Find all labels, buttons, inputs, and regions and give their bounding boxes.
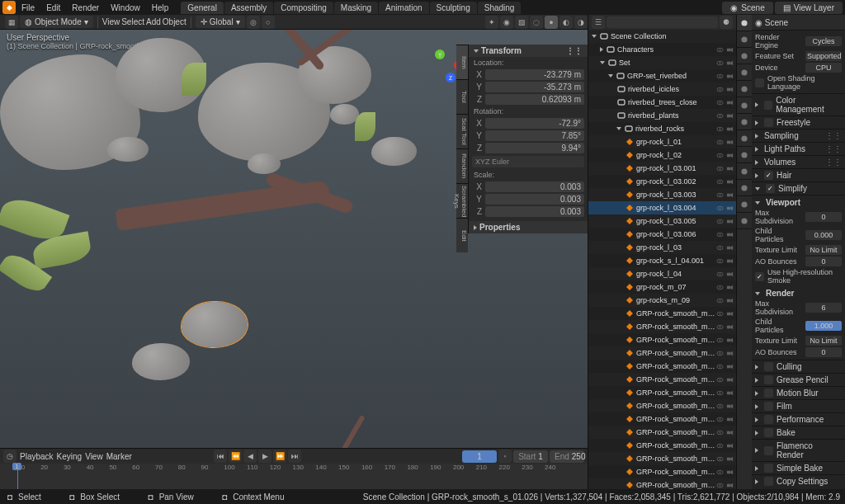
vp-menu-view[interactable]: View (102, 17, 120, 26)
vp-menu-object[interactable]: Object (163, 17, 186, 26)
shading-wireframe-icon[interactable]: ◌ (530, 16, 543, 29)
visibility-icon[interactable] (715, 111, 725, 120)
osl-checkbox[interactable] (755, 78, 764, 87)
section-checkbox[interactable] (764, 428, 773, 437)
render-icon[interactable] (725, 164, 734, 173)
visibility-icon[interactable] (715, 336, 725, 345)
disclosure-icon[interactable] (600, 47, 603, 52)
euler-mode-label[interactable]: XYZ Euler (472, 156, 584, 167)
render-icon[interactable] (725, 243, 734, 252)
outliner-row[interactable]: GRP-rock_smooth_m_01.00 (588, 307, 736, 320)
visibility-icon[interactable] (715, 455, 725, 464)
props-tab-modifier[interactable] (737, 114, 752, 130)
section-checkbox[interactable] (764, 118, 773, 127)
outliner-row[interactable]: GRP-rock_smooth_m_01.01 (588, 412, 736, 426)
r-texlim-dropdown[interactable]: No Limit (805, 336, 842, 346)
keyframe-prev-icon[interactable]: ⏪ (229, 450, 242, 463)
outliner-row[interactable]: riverbed_trees_close (588, 96, 736, 109)
outliner-row[interactable]: GRP-rock_smooth_m_01.01 (588, 373, 736, 386)
props-section[interactable]: Bake (752, 426, 845, 439)
vp-menu-select[interactable]: Select (121, 17, 144, 26)
smoke-checkbox[interactable] (755, 272, 764, 281)
editor-type-outliner-icon[interactable]: ☰ (592, 16, 605, 29)
vp-maxsub-field[interactable]: 0 (805, 212, 842, 222)
outliner-row[interactable]: GRP-rock_smooth_m_01.01 (588, 426, 736, 439)
props-section[interactable]: Simplify (752, 181, 845, 195)
outliner-row[interactable]: GRP-rock_smooth_m_01.00 (588, 346, 736, 360)
rot-y-field[interactable]: 7.85° (485, 130, 584, 141)
vp-menu-add[interactable]: Add (146, 17, 161, 26)
outliner-row[interactable]: riverbed_icicles (588, 82, 736, 96)
scale-z-field[interactable]: 0.003 (485, 206, 584, 217)
outliner-row[interactable]: GRP-rock_smooth_m_02.00 (588, 478, 736, 489)
visibility-icon[interactable] (715, 204, 725, 213)
outliner-row[interactable]: grp-rock_l_01 (588, 135, 736, 148)
render-icon[interactable] (725, 415, 734, 424)
render-icon[interactable] (725, 270, 734, 279)
props-section[interactable]: Grease Pencil (752, 373, 845, 386)
frame-lock-icon[interactable]: ◦ (498, 450, 512, 463)
render-icon[interactable] (725, 362, 734, 371)
outliner-row[interactable]: GRP-rock_smooth_m_01 (588, 439, 736, 452)
section-checkbox[interactable] (764, 446, 773, 455)
axis-z-icon[interactable]: Z (446, 73, 456, 82)
render-icon[interactable] (725, 402, 734, 411)
play-icon[interactable]: ▶ (258, 450, 271, 463)
outliner-row[interactable]: grp-rock_l_03.003 (588, 188, 736, 201)
render-icon[interactable] (725, 138, 734, 147)
visibility-icon[interactable] (715, 362, 725, 371)
vp-texlim-dropdown[interactable]: No Limit (805, 245, 842, 255)
rot-x-field[interactable]: -72.9° (485, 118, 584, 129)
props-tab-world[interactable] (737, 81, 752, 97)
render-icon[interactable] (725, 336, 734, 345)
vp-ao-field[interactable]: 0 (805, 257, 842, 266)
render-icon[interactable] (725, 98, 734, 107)
render-icon[interactable] (725, 441, 734, 450)
props-tab-physics[interactable] (737, 147, 752, 163)
visibility-icon[interactable] (715, 402, 725, 411)
device-dropdown[interactable]: CPU (805, 63, 842, 73)
render-icon[interactable] (725, 151, 734, 160)
axis-y-icon[interactable]: Y (435, 49, 445, 59)
props-section[interactable]: Light Paths⋮⋮ (752, 142, 845, 155)
props-tab-scene[interactable] (737, 64, 752, 81)
visibility-icon[interactable] (715, 191, 725, 200)
visibility-icon[interactable] (715, 309, 725, 318)
render-icon[interactable] (725, 481, 734, 490)
viewlayer-selector[interactable]: ▤ View Layer (775, 2, 843, 14)
section-checkbox[interactable] (764, 389, 773, 398)
outliner-row[interactable]: grp-rock_m_07 (588, 280, 736, 294)
r-ao-field[interactable]: 0 (805, 347, 842, 357)
visibility-icon[interactable] (715, 45, 725, 54)
render-icon[interactable] (725, 349, 734, 358)
viewport-3d[interactable]: User Perspective (1) Scene Collection | … (0, 30, 588, 448)
workspace-tab[interactable]: Masking (334, 2, 378, 14)
current-frame-field[interactable]: 1 (462, 450, 497, 463)
render-icon[interactable] (725, 296, 734, 305)
disclosure-icon[interactable] (592, 35, 597, 38)
outliner-row[interactable]: grp-rock_l_02 (588, 148, 736, 162)
visibility-icon[interactable] (715, 323, 725, 332)
props-tab-constraint[interactable] (737, 163, 752, 180)
render-icon[interactable] (725, 468, 734, 477)
loc-y-field[interactable]: -35.273 m (485, 82, 584, 92)
r-childpart-field[interactable]: 1.000 (805, 321, 842, 331)
props-section[interactable]: Color Management (752, 93, 845, 115)
tl-menu-playback[interactable]: Playback (20, 452, 54, 461)
loc-z-field[interactable]: 0.62093 m (485, 94, 584, 105)
filter-icon[interactable]: ⚈ (720, 16, 733, 29)
render-icon[interactable] (725, 125, 734, 134)
editor-type-timeline-icon[interactable]: ◷ (3, 450, 17, 463)
outliner-row[interactable]: GRP-rock_smooth_m_01.00 (588, 320, 736, 333)
mode-dropdown[interactable]: ◍ Object Mode ▾ (20, 16, 93, 28)
visibility-icon[interactable] (715, 468, 725, 477)
props-tab-viewlayer[interactable] (737, 48, 752, 64)
feature-set-dropdown[interactable]: Supported (805, 51, 842, 61)
section-checkbox[interactable] (764, 171, 773, 180)
npanel-tab[interactable]: Scat Tool (456, 114, 468, 148)
outliner-row[interactable]: grp-rock_l_03.006 (588, 228, 736, 241)
visibility-icon[interactable] (715, 243, 725, 252)
jump-start-icon[interactable]: ⏮ (214, 450, 227, 463)
props-tab-output[interactable] (737, 31, 752, 48)
tl-menu-marker[interactable]: Marker (106, 452, 132, 461)
